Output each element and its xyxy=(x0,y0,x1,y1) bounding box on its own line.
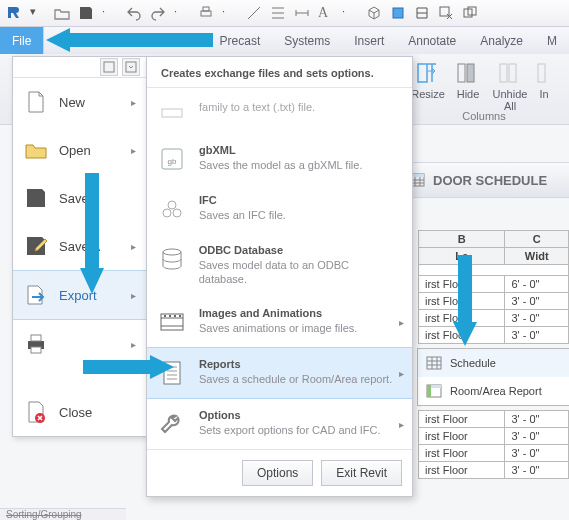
redo-icon[interactable] xyxy=(150,5,166,21)
menu-close[interactable]: Close xyxy=(13,388,146,436)
bottom-strip: Sorting/Grouping xyxy=(0,508,126,520)
thin-lines-icon[interactable] xyxy=(414,5,430,21)
chevron-right-icon: ▸ xyxy=(399,418,404,429)
tab-annotate[interactable]: Annotate xyxy=(396,27,468,55)
svg-rect-33 xyxy=(174,315,176,317)
wrench-icon xyxy=(157,409,187,439)
tab-file[interactable]: File xyxy=(0,27,44,55)
undo-icon[interactable] xyxy=(126,5,142,21)
submenu-reports[interactable]: ReportsSaves a schedule or Room/Area rep… xyxy=(147,347,412,399)
options-title: Options xyxy=(199,409,381,421)
flyout-room-area[interactable]: Room/Area Report xyxy=(418,377,569,405)
menu-new[interactable]: New ▸ xyxy=(13,78,146,126)
switch-windows-icon[interactable] xyxy=(462,5,478,21)
svg-rect-20 xyxy=(31,335,41,341)
svg-rect-1 xyxy=(203,7,209,11)
svg-rect-32 xyxy=(169,315,171,317)
file-menu: New ▸ Open ▸ Save Save A ▸ Export ▸ ▸ Cl… xyxy=(12,56,147,437)
dimension-icon[interactable] xyxy=(294,5,310,21)
reports-flyout: Schedule Room/Area Report xyxy=(417,348,569,406)
flyout-room-label: Room/Area Report xyxy=(450,385,542,397)
menu-save-as[interactable]: Save A ▸ xyxy=(13,222,146,270)
open-icon xyxy=(23,137,49,163)
submenu-footer: Options Exit Revit xyxy=(147,449,412,496)
database-icon xyxy=(157,244,187,274)
3d-icon[interactable] xyxy=(366,5,382,21)
chevron-right-icon: ▸ xyxy=(131,339,136,350)
panel-title-columns: Columns xyxy=(399,110,569,122)
in-label: In xyxy=(539,88,548,100)
arrow-dropdown-icon[interactable]: ▾ xyxy=(30,5,46,21)
svg-point-28 xyxy=(173,209,181,217)
measure-icon[interactable] xyxy=(246,5,262,21)
ribbon-columns-panel: Resize Hide Unhide All In xyxy=(399,54,569,112)
options-button[interactable]: Options xyxy=(242,460,313,486)
svg-rect-9 xyxy=(509,64,516,82)
schedule-icon xyxy=(426,355,442,371)
submenu-gbxml[interactable]: gb gbXMLSaves the model as a gbXML file. xyxy=(147,134,412,184)
col-c[interactable]: C xyxy=(505,231,569,248)
menu-open[interactable]: Open ▸ xyxy=(13,126,146,174)
tab-systems[interactable]: Systems xyxy=(272,27,342,55)
flyout-schedule[interactable]: Schedule xyxy=(418,349,569,377)
unhide-all-button[interactable]: Unhide All xyxy=(488,58,532,112)
menu-saveas-label: Save A xyxy=(59,239,121,254)
schedule-table: BC LeWidt irst Floor6' - 0" irst Floor3'… xyxy=(418,230,569,344)
tab-precast[interactable]: Precast xyxy=(208,27,273,55)
table-row: irst Floor3' - 0" xyxy=(419,327,569,344)
close-icon xyxy=(23,399,49,425)
submenu-ifc[interactable]: IFCSaves an IFC file. xyxy=(147,184,412,234)
sep-icon: · xyxy=(222,5,238,21)
print-icon[interactable] xyxy=(198,5,214,21)
recent-docs-icon[interactable] xyxy=(100,58,118,76)
text-icon[interactable]: A xyxy=(318,5,334,21)
submenu-images-anim[interactable]: Images and AnimationsSaves animations or… xyxy=(147,297,412,347)
chevron-right-icon: ▸ xyxy=(399,367,404,378)
col-width[interactable]: Widt xyxy=(505,248,569,265)
gbxml-desc: Saves the model as a gbXML file. xyxy=(199,158,362,172)
col-b[interactable]: B xyxy=(419,231,505,248)
menu-open-label: Open xyxy=(59,143,121,158)
chevron-right-icon: ▸ xyxy=(131,145,136,156)
revit-logo-icon xyxy=(6,5,22,21)
exit-revit-button[interactable]: Exit Revit xyxy=(321,460,402,486)
odbc-desc: Saves model data to an ODBC database. xyxy=(199,258,398,287)
reports-icon xyxy=(157,358,187,388)
submenu-family-types[interactable]: family to a text (.txt) file. xyxy=(147,94,412,134)
menu-export[interactable]: Export ▸ xyxy=(13,270,146,320)
svg-rect-8 xyxy=(500,64,507,82)
section-icon[interactable] xyxy=(390,5,406,21)
close-hidden-icon[interactable] xyxy=(438,5,454,21)
tab-analyze[interactable]: Analyze xyxy=(468,27,535,55)
align-icon[interactable] xyxy=(270,5,286,21)
chevron-right-icon: ▸ xyxy=(131,97,136,108)
tab-insert[interactable]: Insert xyxy=(342,27,396,55)
tab-steel[interactable]: teel xyxy=(164,27,207,55)
new-icon xyxy=(23,89,49,115)
menu-save[interactable]: Save xyxy=(13,174,146,222)
hide-label: Hide xyxy=(457,88,480,100)
unhide-label: Unhide All xyxy=(493,88,528,112)
svg-text:gb: gb xyxy=(168,157,177,166)
svg-rect-16 xyxy=(431,385,441,388)
reports-desc: Saves a schedule or Room/Area report. xyxy=(199,372,392,386)
tab-more[interactable]: M xyxy=(535,27,569,55)
export-submenu: Creates exchange files and sets options.… xyxy=(146,56,413,497)
chevron-right-icon: ▸ xyxy=(131,290,136,301)
svg-point-26 xyxy=(168,201,176,209)
save-icon[interactable] xyxy=(78,5,94,21)
svg-rect-2 xyxy=(393,8,403,18)
insert-button[interactable]: In xyxy=(532,58,556,112)
submenu-options[interactable]: OptionsSets export options for CAD and I… xyxy=(147,399,412,449)
svg-rect-23 xyxy=(162,109,182,117)
table-row: irst Floor6' - 0" xyxy=(419,276,569,293)
menu-print[interactable]: ▸ xyxy=(13,320,146,368)
col-level[interactable]: Le xyxy=(419,248,505,265)
submenu-odbc[interactable]: ODBC DatabaseSaves model data to an ODBC… xyxy=(147,234,412,297)
open-icon[interactable] xyxy=(54,5,70,21)
svg-rect-10 xyxy=(538,64,545,82)
hide-button[interactable]: Hide xyxy=(448,58,488,112)
resize-button[interactable]: Resize xyxy=(408,58,448,112)
flyout-schedule-label: Schedule xyxy=(450,357,496,369)
recent-docs-drop-icon[interactable] xyxy=(122,58,140,76)
